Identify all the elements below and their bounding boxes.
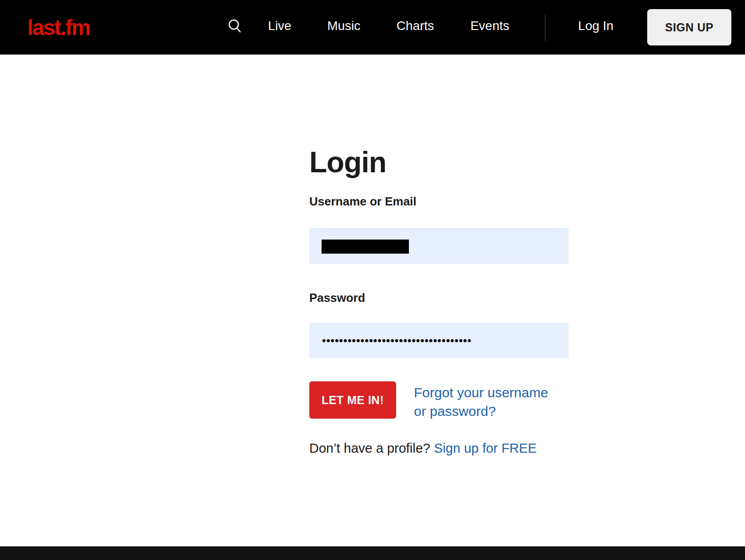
- nav-item-charts[interactable]: Charts: [397, 19, 434, 33]
- search-button[interactable]: [225, 16, 245, 36]
- password-input[interactable]: •••••••••••••••••••••••••••••••••••: [309, 323, 569, 358]
- let-me-in-button[interactable]: LET ME IN!: [309, 381, 396, 419]
- username-input[interactable]: [309, 228, 569, 264]
- username-redaction-block: [322, 240, 409, 254]
- nav-item-events[interactable]: Events: [470, 19, 509, 33]
- top-navigation-bar: last.fm Live Music Charts Events Log In …: [0, 0, 745, 55]
- search-icon: [227, 18, 243, 34]
- signup-prompt-text: Don’t have a profile?: [309, 441, 434, 455]
- nav-item-music[interactable]: Music: [327, 19, 360, 33]
- page-title: Login: [309, 145, 386, 179]
- password-masked-value: •••••••••••••••••••••••••••••••••••: [322, 334, 472, 347]
- footer-bar: [0, 546, 745, 560]
- password-label: Password: [309, 291, 365, 305]
- signup-prompt-row: Don’t have a profile? Sign up for FREE: [309, 441, 537, 456]
- header-divider: [545, 15, 545, 41]
- lastfm-logo[interactable]: last.fm: [27, 15, 90, 40]
- nav-item-live[interactable]: Live: [268, 19, 291, 33]
- forgot-credentials-link[interactable]: Forgot your username or password?: [414, 383, 550, 420]
- sign-up-for-free-link[interactable]: Sign up for FREE: [434, 441, 537, 455]
- sign-up-button[interactable]: SIGN UP: [647, 9, 731, 45]
- username-label: Username or Email: [309, 195, 417, 209]
- log-in-link[interactable]: Log In: [578, 19, 614, 33]
